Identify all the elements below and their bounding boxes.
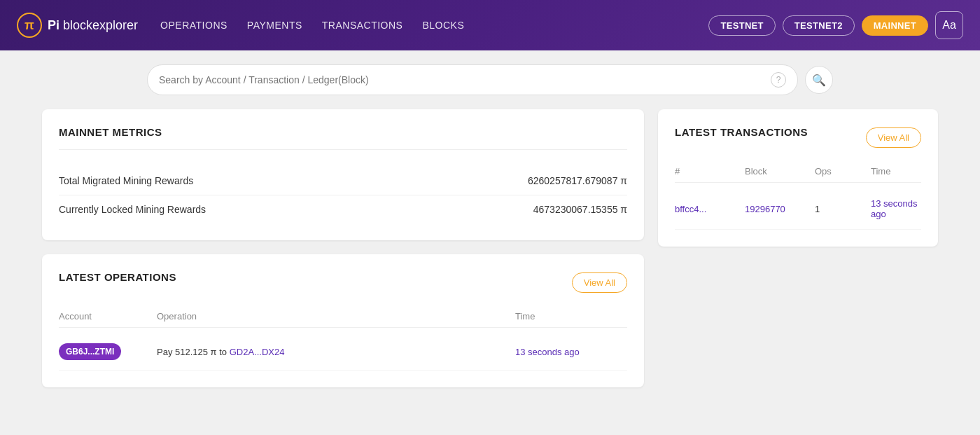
txn-col-block: Block <box>745 166 815 177</box>
txn-col-hash: # <box>675 166 745 177</box>
mainnet-button[interactable]: MAINNET <box>862 15 928 36</box>
operations-view-all-button[interactable]: View All <box>572 272 627 293</box>
operation-link[interactable]: GD2A...DX24 <box>230 347 285 357</box>
search-button[interactable]: 🔍 <box>805 66 833 94</box>
operations-table-row: GB6J...ZTMI Pay 512.125 π to GD2A...DX24… <box>59 333 627 371</box>
operations-title: LATEST OPERATIONS <box>59 271 176 283</box>
metrics-card: MAINNET METRICS Total Migrated Mining Re… <box>42 109 644 240</box>
metric-value-1: 6260257817.679087 π <box>528 175 627 186</box>
logo-text: Pi blockexplorer <box>48 18 138 33</box>
metrics-row-1: Total Migrated Mining Rewards 6260257817… <box>59 167 627 195</box>
pi-icon: π <box>17 13 42 38</box>
testnet-button[interactable]: TESTNET <box>708 15 775 36</box>
search-container: ? 🔍 <box>147 64 833 95</box>
metric-label-2: Currently Locked Mining Rewards <box>59 204 206 215</box>
nav-operations[interactable]: OPERATIONS <box>160 20 227 31</box>
cards-row: MAINNET METRICS Total Migrated Mining Re… <box>42 109 938 401</box>
ops-col-time: Time <box>515 311 627 322</box>
transactions-view-all-button[interactable]: View All <box>866 127 921 148</box>
metric-value-2: 4673230067.15355 π <box>533 204 627 215</box>
operation-text: Pay 512.125 π to GD2A...DX24 <box>157 347 515 357</box>
transactions-table-header: # Block Ops Time <box>675 160 921 183</box>
transactions-card: LATEST TRANSACTIONS View All # Block Ops… <box>658 109 938 247</box>
logo[interactable]: π Pi blockexplorer <box>17 13 138 38</box>
txn-hash-link[interactable]: bffcc4... <box>675 204 745 214</box>
metrics-title: MAINNET METRICS <box>59 126 627 138</box>
operations-card: LATEST OPERATIONS View All Account Opera… <box>42 254 644 387</box>
nav-transactions[interactable]: TRANSACTIONS <box>322 20 403 31</box>
testnet2-button[interactable]: TESTNET2 <box>783 15 855 36</box>
header: π Pi blockexplorer OPERATIONS PAYMENTS T… <box>0 0 980 50</box>
main-content: ? 🔍 MAINNET METRICS Total Migrated Minin… <box>0 50 980 415</box>
header-right: TESTNET TESTNET2 MAINNET Aa <box>708 11 963 39</box>
main-nav: OPERATIONS PAYMENTS TRANSACTIONS BLOCKS <box>160 20 464 31</box>
translate-button[interactable]: Aa <box>935 11 963 39</box>
ops-col-operation: Operation <box>157 311 515 322</box>
operation-time: 13 seconds ago <box>515 347 627 357</box>
txn-col-time: Time <box>871 166 921 177</box>
operations-section-header: LATEST OPERATIONS View All <box>59 271 627 294</box>
search-bar: ? <box>147 64 798 95</box>
operations-table-header: Account Operation Time <box>59 305 627 328</box>
nav-payments[interactable]: PAYMENTS <box>247 20 302 31</box>
txn-time: 13 seconds ago <box>871 198 921 219</box>
translate-icon: Aa <box>942 19 956 32</box>
transactions-table-row: bffcc4... 19296770 1 13 seconds ago <box>675 188 921 230</box>
account-badge[interactable]: GB6J...ZTMI <box>59 343 157 360</box>
search-magnifier-icon: 🔍 <box>812 74 826 87</box>
txn-block-link[interactable]: 19296770 <box>745 204 815 214</box>
transactions-section-header: LATEST TRANSACTIONS View All <box>675 126 921 149</box>
metrics-row-2: Currently Locked Mining Rewards 46732300… <box>59 195 627 223</box>
search-input[interactable] <box>159 74 765 85</box>
header-left: π Pi blockexplorer OPERATIONS PAYMENTS T… <box>17 13 464 38</box>
right-column: LATEST TRANSACTIONS View All # Block Ops… <box>658 109 938 261</box>
nav-blocks[interactable]: BLOCKS <box>422 20 464 31</box>
metrics-divider <box>59 149 627 150</box>
txn-ops: 1 <box>815 204 871 214</box>
left-column: MAINNET METRICS Total Migrated Mining Re… <box>42 109 644 401</box>
transactions-title: LATEST TRANSACTIONS <box>675 126 808 138</box>
ops-col-account: Account <box>59 311 157 322</box>
txn-col-ops: Ops <box>815 166 871 177</box>
metric-label-1: Total Migrated Mining Rewards <box>59 175 193 186</box>
search-help-icon[interactable]: ? <box>771 72 786 88</box>
